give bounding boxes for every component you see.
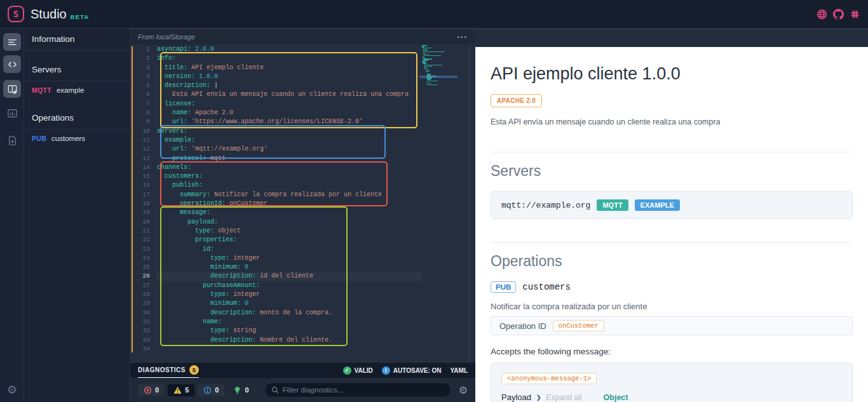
code-line[interactable]: 18 operationId: onCustomer xyxy=(130,199,422,208)
sidebar-item-server-example[interactable]: MQTT example xyxy=(24,81,130,99)
sidebar-section-servers[interactable]: Servers xyxy=(24,59,130,81)
search-icon xyxy=(271,386,279,394)
autosave-label: AUTOSAVE: ON xyxy=(393,367,442,374)
code-line[interactable]: 26 description: id del cliente xyxy=(130,272,422,281)
code-line[interactable]: 7 license: xyxy=(130,100,422,109)
editor-scrollbar-track[interactable] xyxy=(469,44,470,362)
code-line[interactable]: 6 Esta API envía un mensaje cuando un cl… xyxy=(130,90,422,99)
code-line[interactable]: 25 minimum: 0 xyxy=(130,263,422,272)
filter-diagnostics-input[interactable] xyxy=(283,386,444,394)
diagnostic-filter-warning[interactable]: 5 xyxy=(168,384,194,396)
globe-icon[interactable] xyxy=(817,9,827,20)
code-line[interactable]: 28 type: integer xyxy=(130,290,422,299)
tab-diagnostics[interactable]: DIAGNOSTICS 5 xyxy=(138,363,199,379)
code-line[interactable]: 15 customers: xyxy=(130,172,422,181)
code-line[interactable]: 14channels: xyxy=(130,163,422,172)
diagnostics-header: DIAGNOSTICS 5 ✓ VALID ! AUTOSAVE: ON YAM… xyxy=(130,362,475,378)
code-line[interactable]: 11 example: xyxy=(130,136,422,145)
code-lines: 1asyncapi: 2.6.02info:3 title: API ejemp… xyxy=(130,45,422,354)
code-line[interactable]: 4 version: 1.0.0 xyxy=(130,72,422,81)
settings-gear-icon[interactable]: ⚙ xyxy=(0,383,24,397)
slack-icon[interactable] xyxy=(850,9,860,20)
pub-verb-badge: PUB xyxy=(32,135,46,142)
code-line[interactable]: 3 title: API ejemplo cliente xyxy=(130,64,422,72)
sidebar-item-operation-customers[interactable]: PUB customers xyxy=(24,130,130,147)
beta-badge: BETA xyxy=(71,13,90,20)
studio-logo-icon[interactable]: S xyxy=(8,6,24,22)
operation-summary: Notificar la compra realizada por un cli… xyxy=(491,302,853,311)
section-divider xyxy=(491,242,853,243)
code-line[interactable]: 27 purchaseAmount: xyxy=(130,281,422,290)
visualizer-icon[interactable] xyxy=(3,104,21,122)
valid-status: ✓ VALID xyxy=(343,366,373,375)
operation-header-row: PUB customers xyxy=(491,281,853,293)
code-line[interactable]: 32 type: string xyxy=(130,326,422,335)
operation-id-card: Operation ID onCustomer xyxy=(491,316,853,335)
docs-preview-panel[interactable]: API ejemplo cliente 1.0.0 APACHE 2.0 Est… xyxy=(475,29,868,402)
language-label: YAML xyxy=(451,367,468,374)
navigation-icon[interactable] xyxy=(3,33,21,51)
code-editor-icon[interactable] xyxy=(3,55,21,73)
template-icon[interactable] xyxy=(3,80,21,98)
code-line[interactable]: 31 name: xyxy=(130,318,422,326)
minimap[interactable] xyxy=(422,45,455,86)
code-line[interactable]: 10servers: xyxy=(130,127,422,136)
code-line[interactable]: 24 type: integer xyxy=(130,254,422,263)
code-line[interactable]: 29 minimum: 0 xyxy=(130,299,422,308)
message-card: <anonymous-message-1> Payload ❯ Expand a… xyxy=(491,363,853,402)
payload-label: Payload xyxy=(501,392,531,402)
code-area[interactable]: 1asyncapi: 2.6.02info:3 title: API ejemp… xyxy=(130,44,475,362)
diagnostics-count-badge: 5 xyxy=(189,365,199,375)
server-protocol-badge: MQTT xyxy=(597,199,628,211)
diagnostic-filter-hint[interactable]: 0 xyxy=(227,384,254,396)
payload-row: Payload ❯ Expand all Object xyxy=(501,392,842,402)
sidebar-item-information[interactable]: Information xyxy=(24,29,130,51)
servers-heading: Servers xyxy=(491,163,853,180)
diagnostics-settings-icon[interactable]: ⚙ xyxy=(459,384,468,396)
code-line[interactable]: 33 description: Nombre del cliente. xyxy=(130,336,422,345)
code-line[interactable]: 20 payload: xyxy=(130,218,422,227)
expand-all-button[interactable]: Expand all xyxy=(546,393,582,402)
sidebar-section-operations[interactable]: Operations xyxy=(24,107,130,130)
code-editor-pane: From localStorage ••• 1asyncapi: 2.6.02i… xyxy=(130,29,475,402)
diagnostic-filter-info[interactable]: 0 xyxy=(198,384,224,396)
github-icon[interactable] xyxy=(833,9,844,20)
operation-name-label: customers xyxy=(51,135,85,142)
code-line[interactable]: 5 description: | xyxy=(130,81,422,90)
code-line[interactable]: 17 summary: Notificar la compra realizad… xyxy=(130,191,422,199)
code-line[interactable]: 19 message: xyxy=(130,208,422,217)
code-line[interactable]: 9 url: 'https://www.apache.org/licenses/… xyxy=(130,117,422,126)
logo-letter: S xyxy=(13,9,18,19)
code-line[interactable]: 22 properties: xyxy=(130,236,422,245)
page-title: API ejemplo cliente 1.0.0 xyxy=(491,64,853,84)
autosave-info-icon: ! xyxy=(382,366,390,375)
code-line[interactable]: 21 type: object xyxy=(130,227,422,236)
autosave-status[interactable]: ! AUTOSAVE: ON xyxy=(382,366,442,375)
diagnostics-toolbar: 0500 ⚙ xyxy=(130,378,475,402)
new-file-icon[interactable] xyxy=(3,131,21,149)
diagnostic-filters: 0500 xyxy=(138,384,255,396)
chevron-right-icon[interactable]: ❯ xyxy=(536,394,541,401)
code-line[interactable]: 2info: xyxy=(130,54,422,63)
code-line[interactable]: 12 url: 'mqtt://example.org' xyxy=(130,145,422,154)
code-line[interactable]: 23 id: xyxy=(130,245,422,254)
editor-menu-icon[interactable]: ••• xyxy=(457,34,468,41)
code-line[interactable]: 13 protocol: mqtt xyxy=(130,154,422,163)
accepts-message-label: Accepts the following message: xyxy=(491,347,853,356)
activity-rail: ⚙ xyxy=(0,29,24,402)
server-url: mqtt://example.org xyxy=(501,201,590,210)
language-mode[interactable]: YAML xyxy=(451,367,468,374)
license-badge[interactable]: APACHE 2.0 xyxy=(491,94,542,107)
code-line[interactable]: 30 description: monto de la compra. xyxy=(130,309,422,318)
diagnostics-search xyxy=(264,382,451,398)
diagnostic-filter-error[interactable]: 0 xyxy=(138,384,165,396)
code-line[interactable]: 16 publish: xyxy=(130,181,422,190)
minimap-current-line-highlight xyxy=(419,76,458,77)
code-line[interactable]: 34 xyxy=(130,345,422,354)
section-divider xyxy=(491,152,853,152)
operation-channel: customers xyxy=(522,282,571,292)
code-line[interactable]: 8 name: Apache 2.0 xyxy=(130,109,422,117)
editor-header: From localStorage ••• xyxy=(130,29,475,44)
code-line[interactable]: 1asyncapi: 2.6.0 xyxy=(130,45,422,54)
operation-verb-badge: PUB xyxy=(491,281,516,293)
